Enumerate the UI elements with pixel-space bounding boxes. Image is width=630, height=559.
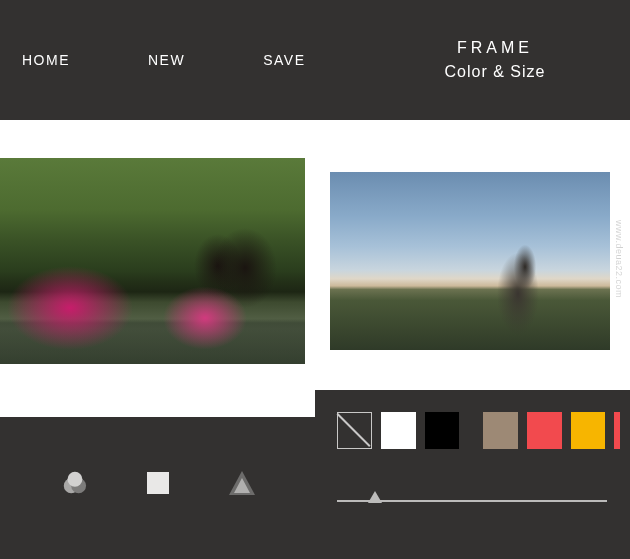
panel-title-line2: Color & Size	[380, 63, 610, 81]
new-button[interactable]: NEW	[148, 52, 185, 68]
triangle-icon[interactable]	[229, 470, 255, 496]
top-bar: HOME NEW SAVE FRAME Color & Size	[0, 0, 630, 120]
overlap-circles-icon[interactable]	[61, 470, 87, 496]
swatch-row	[337, 412, 620, 449]
frame-panel	[315, 390, 630, 559]
photo-left[interactable]	[0, 158, 305, 364]
home-button[interactable]: HOME	[22, 52, 70, 68]
watermark: www.deua22.com	[614, 220, 624, 298]
panel-title: FRAME Color & Size	[380, 39, 630, 81]
swatch-none[interactable]	[337, 412, 372, 449]
photo-right[interactable]	[330, 172, 610, 350]
swatch-amber[interactable]	[571, 412, 606, 449]
save-button[interactable]: SAVE	[263, 52, 305, 68]
gallery: www.deua22.com	[0, 120, 630, 390]
slider-thumb[interactable]	[368, 491, 382, 503]
swatch-black[interactable]	[425, 412, 460, 449]
swatch-taupe[interactable]	[483, 412, 518, 449]
bottom-bar	[0, 390, 630, 559]
size-slider[interactable]	[337, 491, 607, 511]
top-nav: HOME NEW SAVE	[0, 52, 380, 68]
panel-title-line1: FRAME	[380, 39, 610, 57]
swatch-red[interactable]	[527, 412, 562, 449]
svg-point-2	[67, 472, 82, 487]
swatch-white[interactable]	[381, 412, 416, 449]
tool-row	[0, 417, 315, 559]
square-icon[interactable]	[145, 470, 171, 496]
svg-rect-3	[147, 472, 169, 494]
swatch-next-partial[interactable]	[614, 412, 620, 449]
